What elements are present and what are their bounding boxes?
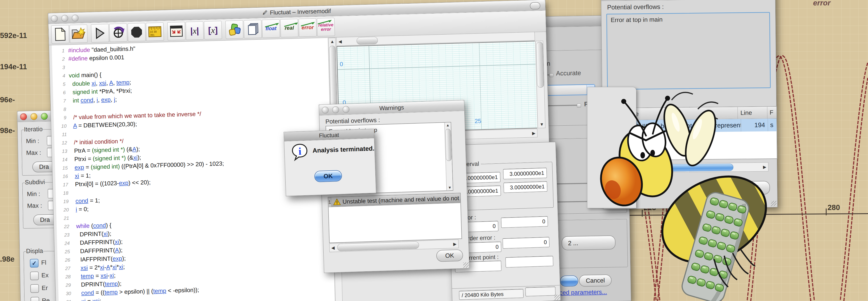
scrollbar-thumb[interactable] [445,129,452,161]
rerun-analysis-button[interactable] [109,23,127,42]
status-segment [525,286,556,297]
scroll-up-icon[interactable]: ▲ [446,124,450,127]
scroll-left-icon[interactable]: ◀ [339,39,342,44]
scroll-right-icon[interactable]: ▶ [453,242,457,246]
open-file-button[interactable] [69,24,88,43]
unstable-test-row[interactable]: 1 ! Unstable test (machine and real valu… [328,193,460,207]
value-field[interactable]: 0 [502,237,550,249]
scrollbar-thumb[interactable] [329,46,337,112]
warnings-ok-button[interactable]: OK [436,249,463,262]
blocks-icon [228,23,241,36]
checkbox-er[interactable] [30,284,39,293]
code-text: A = DBETWEEN(20,30); [70,120,137,130]
close-icon[interactable] [20,113,27,120]
precision-button[interactable]: 10 30391 [146,22,164,41]
alert-ok-button[interactable]: OK [314,170,342,182]
memory-status: / 20480 Kilo Bytes [459,289,524,300]
code-text: DPRINT(temp); [74,280,122,289]
window-controls [51,15,79,22]
line-number: 3 [52,65,65,71]
value-field[interactable]: 3.00000000e1 [503,168,547,180]
scrollbar-thumb[interactable] [337,242,419,251]
scrollbar-thumb[interactable] [356,37,378,45]
open-file-icon [71,27,86,40]
line-number: 9 [54,115,66,120]
line-number: 4 [53,73,65,79]
code-text: DAFFPRINT(xi); [73,238,123,246]
ok-button-partial[interactable] [560,275,578,286]
line-number: 26 [57,257,70,263]
absolute-value-button[interactable]: |x| [186,21,204,40]
fit-graph-button[interactable] [167,22,185,40]
pages-icon [246,22,259,35]
line-number: 22 [57,224,69,229]
toolbar-toggle-button[interactable] [530,2,540,9]
line-number: 27 [58,266,70,271]
code-text: xsi = 2*xi-A*xi*xi; [74,263,125,272]
run-analysis-button[interactable] [91,24,109,42]
minimize-icon[interactable] [332,106,339,113]
line-number: 31 [59,299,71,301]
bee-mascot [592,75,796,301]
scroll-down-icon[interactable]: ▼ [540,122,544,127]
code-text: xi = 1; [71,172,91,180]
line-number: 19 [56,198,69,204]
close-icon[interactable] [322,107,329,114]
line-number: 25 [57,249,70,255]
zoom-icon[interactable] [72,15,79,22]
field-label: Min : [27,191,40,198]
x-axis-label: 280 [828,203,840,212]
info-bubble-icon: i [290,143,309,164]
value-field[interactable]: 0 [501,216,548,228]
close-icon[interactable] [51,15,58,22]
overflows-titlebar[interactable] [601,0,775,1]
field-label: Max : [27,202,42,209]
zoom-icon[interactable] [41,113,48,120]
value-field[interactable]: 3.00000000e1 [503,181,547,193]
checkbox-label: Er [41,284,48,292]
new-file-button[interactable] [51,25,69,44]
interval-button[interactable]: [x] [204,21,222,39]
checkbox-ex[interactable] [30,272,39,280]
checkbox-fl[interactable]: ✓ [30,259,39,268]
window-controls [322,106,350,114]
relative-error-graph-button[interactable]: relativeerror [317,18,335,36]
potential-overflows-label: Potential overflows : [607,3,664,11]
checkbox-re[interactable] [31,297,39,301]
y-axis-label: .98e [0,255,14,264]
scrollbar-thumb[interactable] [536,42,544,88]
code-text: double xi, xsi, A, temp; [69,79,131,87]
pages-button[interactable] [244,20,262,38]
plot-axis-horizontal [338,64,535,70]
real-graph-button[interactable]: real [280,19,298,37]
blocks-button[interactable] [225,20,243,39]
zoom-icon[interactable] [343,106,350,113]
error-graph-icon: error [302,25,314,30]
unstable-test-list[interactable]: 1 ! Unstable test (machine and real valu… [328,193,462,243]
value-field[interactable] [505,256,553,268]
code-text: Ptrxi[0] = ((1023-exp) << 20); [72,179,151,188]
resize-grip[interactable] [463,262,469,268]
field-label: Min : [26,138,39,145]
float-graph-button[interactable]: float [262,19,280,38]
scroll-down-icon[interactable]: ▼ [448,186,452,189]
checkbox-label: Fl [41,259,46,266]
minimize-icon[interactable] [61,15,68,22]
resize-grip[interactable] [554,295,560,300]
svg-text:i: i [298,145,302,157]
scroll-left-icon[interactable]: ◀ [331,246,335,250]
line-number: 15 [55,165,68,171]
line-number: 29 [58,282,71,288]
window-controls [20,113,48,120]
line-number: 23 [57,232,70,238]
alert-message: Analysis terminated. [313,145,375,154]
line-number: 10 [54,123,67,129]
interval-icon: [x] [208,25,218,35]
scroll-right-icon[interactable]: ▶ [532,131,535,135]
stop-analysis-button[interactable] [127,23,146,42]
error-graph-button[interactable]: error [299,18,317,37]
scroll-up-icon[interactable]: ▲ [330,39,335,44]
minimize-icon[interactable] [31,113,37,120]
code-text: DAFFPRINT(A); [73,246,122,255]
line-number: 13 [55,148,67,154]
